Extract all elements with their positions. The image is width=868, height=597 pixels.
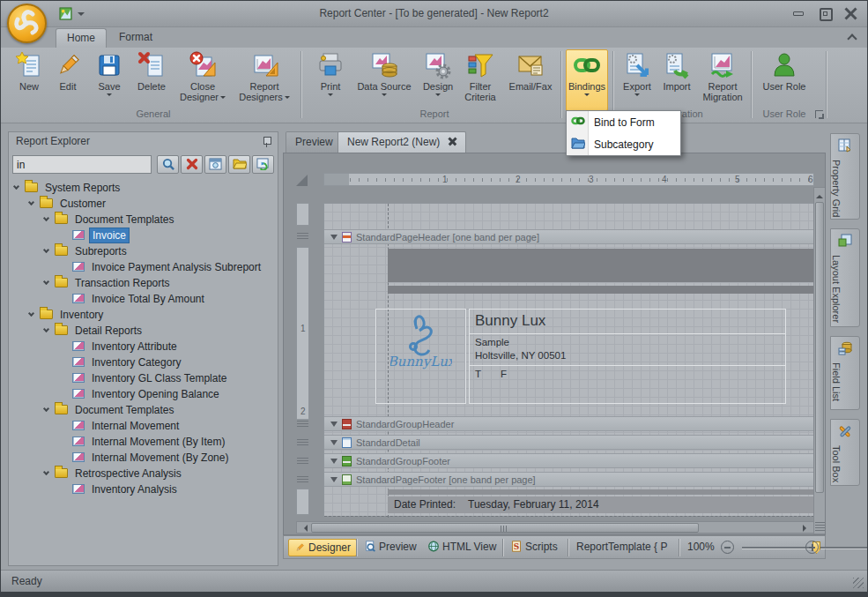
collapse-band-icon[interactable] (330, 459, 338, 467)
band-standard-page-header[interactable]: StandardPageHeader [one band per page] (324, 229, 813, 244)
preview-view-button[interactable]: Preview (365, 539, 417, 556)
dock-tab-field-list[interactable]: Field List (830, 336, 860, 410)
print-button[interactable]: Print (311, 50, 350, 108)
company-info-box[interactable]: Bunny Lux SampleHoltsville, NY 00501 TF (469, 309, 786, 404)
horizontal-scrollbar[interactable] (296, 521, 814, 534)
chevron-down-icon[interactable] (43, 279, 49, 285)
refresh-view-button[interactable] (252, 155, 274, 174)
collapse-band-icon[interactable] (330, 422, 338, 430)
tree-item-inventory-opening-balance[interactable]: Inventory Opening Balance (11, 386, 276, 402)
edit-button[interactable]: Edit (50, 50, 85, 108)
collapse-band-icon[interactable] (330, 477, 338, 486)
collapse-ribbon-icon[interactable] (848, 33, 857, 40)
chevron-down-icon[interactable] (13, 183, 19, 190)
chevron-down-icon[interactable] (43, 326, 49, 332)
band-drag-grip[interactable] (297, 439, 308, 446)
tree-item-internal-movement[interactable]: Internal Movement (11, 418, 276, 434)
tab-format[interactable]: Format (108, 28, 163, 48)
data-source-button[interactable]: Data Source (353, 50, 415, 108)
scripts-view-button[interactable]: SScripts (511, 539, 558, 556)
bindings-button[interactable]: Bindings (566, 49, 608, 111)
dock-tab-property-grid[interactable]: Property Grid (830, 133, 860, 220)
dock-tab-layout-explorer[interactable]: Layout Explorer (830, 228, 860, 327)
zoom-out-button[interactable] (721, 541, 734, 554)
application-button[interactable] (7, 4, 47, 43)
tree-item-internal-movement-by-zone[interactable]: Internal Movement (By Zone) (11, 450, 276, 466)
html-view-button[interactable]: HTML View (427, 539, 496, 556)
email-fax-button[interactable]: Email/Fax (505, 50, 556, 108)
company-address-field[interactable]: SampleHoltsville, NY 00501 (470, 334, 785, 366)
vertical-scroll-thumb[interactable] (815, 202, 824, 493)
zoom-in-button[interactable] (805, 541, 819, 554)
chevron-down-icon[interactable] (43, 215, 49, 221)
collapse-band-icon[interactable] (330, 235, 338, 243)
tree-item-system-reports[interactable]: System Reports (11, 180, 276, 196)
chevron-down-icon[interactable] (43, 469, 49, 475)
clear-search-button[interactable] (181, 155, 203, 174)
filter-criteria-button[interactable]: Filter Criteria (459, 50, 501, 108)
tree-item-subreports[interactable]: Subreports (11, 243, 276, 259)
tree-item-document-templates[interactable]: Document Templates (11, 212, 276, 228)
search-button[interactable] (157, 155, 179, 174)
chevron-down-icon[interactable] (28, 199, 34, 205)
band-standard-group-footer[interactable]: StandardGroupFooter (324, 453, 813, 468)
tree-item-detail-reports[interactable]: Detail Reports (11, 323, 276, 339)
tree-item-inventory[interactable]: Inventory (11, 307, 276, 323)
restore-button[interactable] (818, 7, 832, 19)
company-name-field[interactable]: Bunny Lux (470, 310, 785, 334)
save-button[interactable]: Save (91, 50, 128, 108)
export-button[interactable]: Export (618, 50, 657, 108)
delete-button[interactable]: Delete (131, 50, 172, 108)
designer-view-button[interactable]: Designer (288, 539, 357, 556)
tree-item-inventory-attribute[interactable]: Inventory Attribute (11, 339, 276, 354)
date-printed-field[interactable]: Date Printed:Tuesday, February 11, 2014 (388, 496, 814, 513)
folders-button[interactable] (228, 155, 250, 174)
tab-preview[interactable]: Preview (286, 131, 343, 153)
tree-item-customer[interactable]: Customer (11, 196, 276, 212)
tree-item-internal-movement-by-item[interactable]: Internal Movement (By Item) (11, 434, 276, 450)
band-standard-page-footer[interactable]: StandardPageFooter [one band per page] (324, 472, 813, 487)
preview-pane-button[interactable] (204, 155, 226, 174)
pin-icon[interactable] (263, 137, 271, 147)
chevron-down-icon[interactable] (43, 406, 49, 412)
dock-tab-tool-box[interactable]: Tool Box (830, 419, 860, 486)
design-button[interactable]: Design (419, 50, 457, 108)
footer-bar-placeholder[interactable] (388, 489, 814, 495)
tree-item-invoice[interactable]: Invoice (11, 228, 276, 243)
band-drag-grip[interactable] (297, 421, 308, 428)
horizontal-scroll-thumb[interactable] (311, 523, 699, 533)
tree-item-inventory-gl-class-template[interactable]: Inventory GL Class Template (11, 370, 276, 386)
tree-item-transaction-reports[interactable]: Transaction Reports (11, 275, 276, 291)
scroll-right-icon[interactable] (803, 525, 810, 532)
vertical-scrollbar[interactable] (813, 187, 826, 534)
tree-item-document-templates-2[interactable]: Document Templates (11, 402, 276, 418)
header-label-placeholder[interactable] (388, 249, 814, 282)
close-tab-icon[interactable] (449, 138, 456, 146)
scroll-left-icon[interactable] (300, 525, 308, 532)
band-standard-group-header[interactable]: StandardGroupHeader (324, 416, 813, 431)
search-input[interactable] (12, 155, 152, 174)
band-drag-grip[interactable] (297, 458, 308, 465)
logo-box[interactable]: BunnyLux (375, 309, 466, 404)
menu-item-subcategory[interactable]: Subcategory (567, 133, 680, 155)
close-designer-button[interactable]: Close Designer (175, 50, 230, 108)
collapse-band-icon[interactable] (330, 440, 338, 449)
band-drag-grip[interactable] (297, 233, 308, 240)
tree-item-inventory-category[interactable]: Inventory Category (11, 354, 276, 370)
user-role-button[interactable]: User Role (757, 50, 812, 108)
new-button[interactable]: New (11, 50, 47, 108)
band-standard-detail[interactable]: StandardDetail (324, 435, 813, 450)
minimize-button[interactable] (791, 7, 805, 19)
header-bar-placeholder[interactable] (388, 286, 814, 294)
tree-item-retrospective-analysis[interactable]: Retrospective Analysis (11, 466, 276, 481)
tab-home[interactable]: Home (56, 28, 107, 48)
band-drag-grip[interactable] (297, 476, 308, 483)
chevron-down-icon[interactable] (28, 310, 34, 317)
tree-item-inventory-analysis[interactable]: Inventory Analysis (11, 481, 276, 497)
close-button[interactable] (844, 7, 858, 19)
tree-item-invoice-total-by-amount[interactable]: Invoice Total By Amount (11, 291, 276, 307)
menu-item-bind-to-form[interactable]: Bind to Form (567, 111, 680, 133)
phone-fax-field[interactable]: TF (470, 366, 785, 379)
chevron-down-icon[interactable] (43, 247, 49, 253)
report-designers-button[interactable]: Report Designers (234, 50, 295, 108)
